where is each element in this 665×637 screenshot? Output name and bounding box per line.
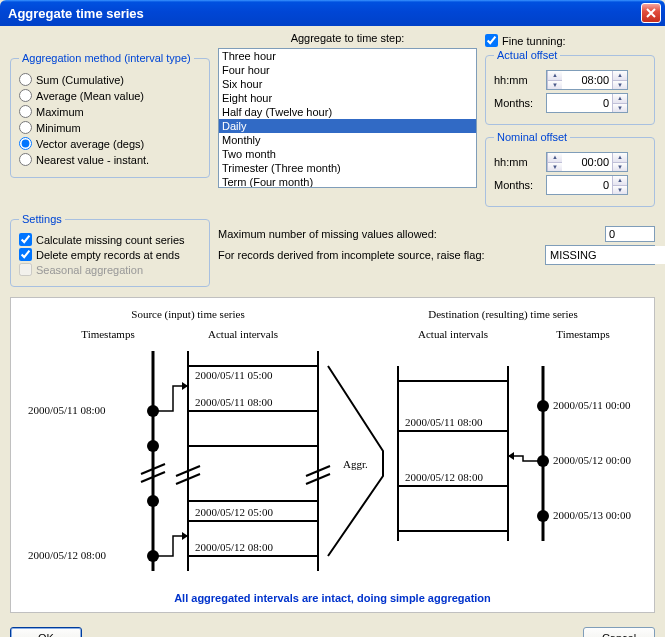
- svg-point-37: [537, 400, 549, 412]
- method-radio[interactable]: [19, 121, 32, 134]
- svg-point-41: [537, 510, 549, 522]
- method-radio[interactable]: [19, 153, 32, 166]
- actual-months-down[interactable]: ▼: [612, 104, 627, 113]
- method-option[interactable]: Sum (Cumulative): [19, 73, 201, 86]
- calc-missing-checkbox[interactable]: [19, 233, 32, 246]
- timestep-label: Aggregate to time step:: [218, 32, 477, 44]
- svg-text:2000/05/12 05:00: 2000/05/12 05:00: [195, 506, 273, 518]
- nominal-hhmm-input[interactable]: [562, 153, 612, 171]
- timestep-item[interactable]: Two month: [219, 147, 476, 161]
- timestep-item[interactable]: Half day (Twelve hour): [219, 105, 476, 119]
- nominal-months-down[interactable]: ▼: [612, 186, 627, 195]
- method-radio[interactable]: [19, 137, 32, 150]
- incomplete-flag-label: For records derived from incomplete sour…: [218, 249, 539, 261]
- max-missing-label: Maximum number of missing values allowed…: [218, 228, 599, 240]
- cancel-button[interactable]: Cancel: [583, 627, 655, 637]
- svg-text:2000/05/11 00:00: 2000/05/11 00:00: [553, 399, 631, 411]
- actual-hhmm-down[interactable]: ▼: [612, 81, 627, 90]
- method-radio[interactable]: [19, 89, 32, 102]
- aggregation-method-legend: Aggregation method (interval type): [19, 52, 194, 64]
- method-option-label: Vector average (degs): [36, 138, 144, 150]
- svg-text:Aggr.: Aggr.: [343, 458, 368, 470]
- svg-point-4: [147, 495, 159, 507]
- seasonal-checkbox: [19, 263, 32, 276]
- incomplete-flag-dropdown[interactable]: ▼: [545, 245, 655, 265]
- dst-title: Destination (resulting) time series: [428, 308, 577, 321]
- src-title: Source (input) time series: [131, 308, 244, 321]
- actual-offset-legend: Actual offset: [494, 49, 560, 61]
- method-option-label: Average (Mean value): [36, 90, 144, 102]
- method-option[interactable]: Minimum: [19, 121, 201, 134]
- svg-text:2000/05/12 00:00: 2000/05/12 00:00: [553, 454, 631, 466]
- incomplete-flag-value[interactable]: [546, 246, 665, 264]
- close-button[interactable]: [641, 3, 661, 23]
- delete-empty-label[interactable]: Delete empty records at ends: [36, 249, 180, 261]
- dst-ts-label: Timestamps: [556, 328, 609, 340]
- actual-offset-group: Actual offset hh:mm ▲▼▲▼ Months: ▲▼: [485, 49, 655, 125]
- timestep-item[interactable]: Daily: [219, 119, 476, 133]
- max-missing-input[interactable]: [605, 226, 655, 242]
- nominal-hhmm-label: hh:mm: [494, 156, 542, 168]
- dst-int-label: Actual intervals: [418, 328, 488, 340]
- timestep-item[interactable]: Four hour: [219, 63, 476, 77]
- actual-hhmm-down-left[interactable]: ▼: [547, 81, 562, 90]
- timestep-item[interactable]: Three hour: [219, 49, 476, 63]
- svg-text:2000/05/11 05:00: 2000/05/11 05:00: [195, 369, 273, 381]
- fine-tuning-label[interactable]: Fine tunning:: [502, 35, 566, 47]
- svg-text:2000/05/11 08:00: 2000/05/11 08:00: [28, 404, 106, 416]
- timestep-item[interactable]: Six hour: [219, 77, 476, 91]
- nominal-offset-group: Nominal offset hh:mm ▲▼▲▼ Months: ▲▼: [485, 131, 655, 207]
- svg-text:2000/05/12 08:00: 2000/05/12 08:00: [195, 541, 273, 553]
- svg-text:2000/05/12 08:00: 2000/05/12 08:00: [28, 549, 106, 561]
- src-ts-label: Timestamps: [81, 328, 134, 340]
- actual-hhmm-label: hh:mm: [494, 74, 542, 86]
- method-option[interactable]: Maximum: [19, 105, 201, 118]
- nominal-hhmm-down[interactable]: ▼: [612, 163, 627, 172]
- nominal-offset-legend: Nominal offset: [494, 131, 570, 143]
- fine-tuning-checkbox[interactable]: [485, 34, 498, 47]
- seasonal-label: Seasonal aggregation: [36, 264, 143, 276]
- calc-missing-label[interactable]: Calculate missing count series: [36, 234, 185, 246]
- settings-legend: Settings: [19, 213, 65, 225]
- method-option[interactable]: Vector average (degs): [19, 137, 201, 150]
- aggregation-diagram: Source (input) time series Destination (…: [10, 297, 655, 613]
- actual-hhmm-input[interactable]: [562, 71, 612, 89]
- svg-text:2000/05/13 00:00: 2000/05/13 00:00: [553, 509, 631, 521]
- timestep-item[interactable]: Monthly: [219, 133, 476, 147]
- timestep-item[interactable]: Term (Four month): [219, 175, 476, 188]
- nominal-hhmm-down-left[interactable]: ▼: [547, 163, 562, 172]
- method-option-label: Nearest value - instant.: [36, 154, 149, 166]
- method-option[interactable]: Average (Mean value): [19, 89, 201, 102]
- timestep-item[interactable]: Eight hour: [219, 91, 476, 105]
- actual-months-up[interactable]: ▲: [612, 94, 627, 104]
- svg-text:2000/05/11 08:00: 2000/05/11 08:00: [405, 416, 483, 428]
- svg-text:2000/05/12 08:00: 2000/05/12 08:00: [405, 471, 483, 483]
- ok-button[interactable]: OK: [10, 627, 82, 637]
- nominal-months-label: Months:: [494, 179, 542, 191]
- actual-hhmm-up-left[interactable]: ▲: [547, 71, 562, 81]
- nominal-months-up[interactable]: ▲: [612, 176, 627, 186]
- window-title: Aggregate time series: [8, 6, 641, 21]
- method-radio[interactable]: [19, 105, 32, 118]
- nominal-hhmm-up-left[interactable]: ▲: [547, 153, 562, 163]
- src-int-label: Actual intervals: [208, 328, 278, 340]
- settings-group: Settings Calculate missing count series …: [10, 213, 210, 287]
- svg-point-3: [147, 440, 159, 452]
- method-option[interactable]: Nearest value - instant.: [19, 153, 201, 166]
- timestep-item[interactable]: Trimester (Three month): [219, 161, 476, 175]
- method-option-label: Maximum: [36, 106, 84, 118]
- delete-empty-checkbox[interactable]: [19, 248, 32, 261]
- nominal-hhmm-up[interactable]: ▲: [612, 153, 627, 163]
- method-radio[interactable]: [19, 73, 32, 86]
- nominal-months-input[interactable]: [547, 176, 612, 194]
- method-option-label: Sum (Cumulative): [36, 74, 124, 86]
- diagram-footer: All aggregated intervals are intact, doi…: [19, 592, 646, 604]
- actual-months-input[interactable]: [547, 94, 612, 112]
- aggregation-method-group: Aggregation method (interval type) Sum (…: [10, 52, 210, 178]
- method-option-label: Minimum: [36, 122, 81, 134]
- actual-hhmm-up[interactable]: ▲: [612, 71, 627, 81]
- timestep-listbox[interactable]: Three hourFour hourSix hourEight hourHal…: [218, 48, 477, 188]
- actual-months-label: Months:: [494, 97, 542, 109]
- svg-text:2000/05/11 08:00: 2000/05/11 08:00: [195, 396, 273, 408]
